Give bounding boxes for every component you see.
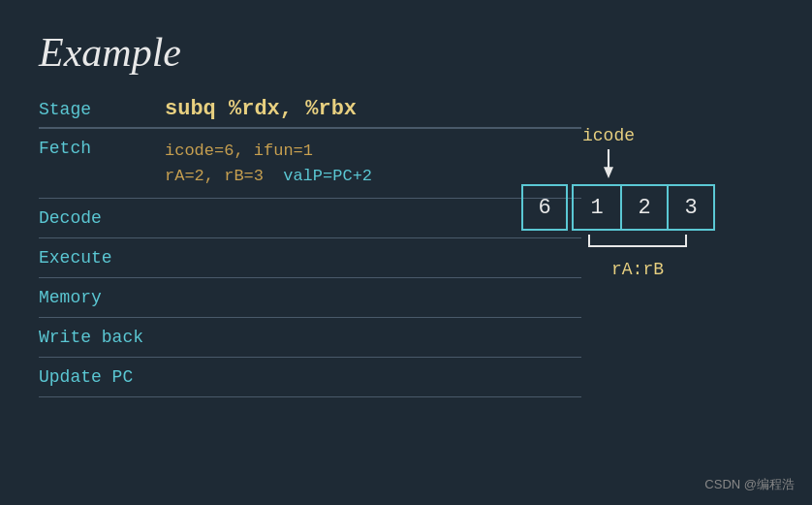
cell-2: 2 [620, 186, 667, 229]
stage-header-label: Stage [39, 100, 165, 119]
table-header: Stage subq %rdx, %rbx [39, 97, 581, 128]
bracket-svg [584, 233, 691, 252]
updatepc-row: Update PC [39, 357, 581, 397]
svg-marker-1 [604, 167, 613, 178]
fetch-content: icode=6, ifun=1 rA=2, rB=3 valP=PC+2 [165, 139, 372, 188]
slide: Example Stage subq %rdx, %rbx Fetch icod… [0, 0, 812, 505]
execute-row: Execute [39, 237, 581, 277]
cell-6: 6 [521, 184, 568, 231]
fetch-line1: icode=6, ifun=1 [165, 139, 372, 164]
icode-arrow [463, 149, 754, 178]
memory-row: Memory [39, 277, 581, 317]
instruction-diagram: icode 6 1 2 3 rA:rB [521, 126, 754, 279]
cell-group-123: 1 2 3 [572, 184, 715, 231]
decode-row: Decode [39, 198, 581, 237]
execute-label: Execute [39, 248, 165, 268]
decode-label: Decode [39, 208, 165, 228]
command-label: subq %rdx, %rbx [165, 97, 357, 121]
writeback-label: Write back [39, 328, 165, 347]
updatepc-label: Update PC [39, 367, 165, 387]
memory-label: Memory [39, 288, 165, 307]
rarb-label: rA:rB [611, 260, 664, 279]
cell-3: 3 [667, 186, 713, 229]
writeback-row: Write back [39, 317, 581, 357]
page-title: Example [39, 29, 773, 76]
bracket-container: rA:rB [521, 231, 754, 279]
fetch-label: Fetch [39, 139, 165, 158]
valp-label: valP=PC+2 [283, 167, 372, 185]
cells-row: 6 1 2 3 [521, 184, 754, 231]
watermark: CSDN @编程浩 [704, 476, 795, 493]
fetch-line2: rA=2, rB=3 valP=PC+2 [165, 164, 372, 189]
icode-label: icode [463, 126, 754, 145]
cell-1: 1 [574, 186, 620, 229]
